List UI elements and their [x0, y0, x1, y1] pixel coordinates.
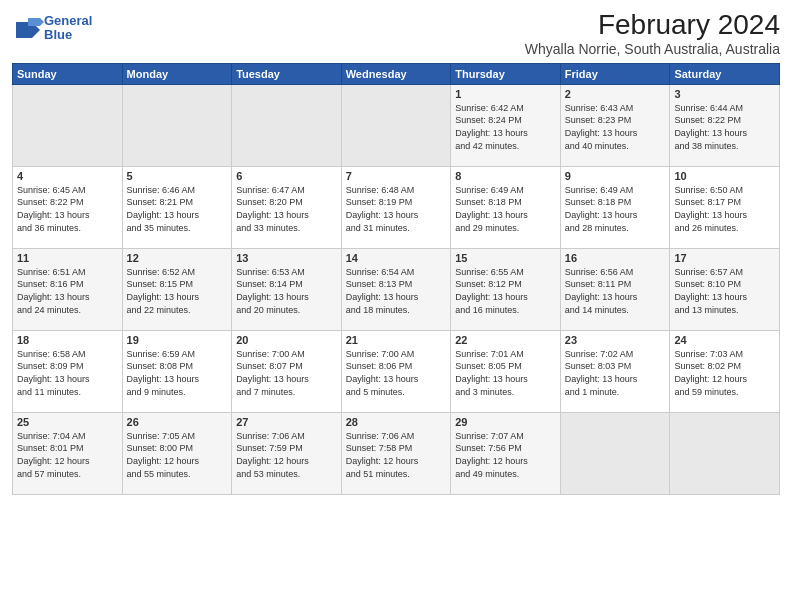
header-row-days: SundayMondayTuesdayWednesdayThursdayFrid…	[13, 63, 780, 84]
calendar-cell: 7Sunrise: 6:48 AMSunset: 8:19 PMDaylight…	[341, 166, 451, 248]
calendar-table: SundayMondayTuesdayWednesdayThursdayFrid…	[12, 63, 780, 495]
cell-info: Sunrise: 6:56 AMSunset: 8:11 PMDaylight:…	[565, 266, 666, 316]
day-number: 17	[674, 252, 775, 264]
calendar-cell: 19Sunrise: 6:59 AMSunset: 8:08 PMDayligh…	[122, 330, 232, 412]
calendar-cell: 8Sunrise: 6:49 AMSunset: 8:18 PMDaylight…	[451, 166, 561, 248]
calendar-cell	[122, 84, 232, 166]
header-row: General Blue February 2024 Whyalla Norri…	[12, 10, 780, 57]
day-number: 7	[346, 170, 447, 182]
day-number: 3	[674, 88, 775, 100]
calendar-cell: 25Sunrise: 7:04 AMSunset: 8:01 PMDayligh…	[13, 412, 123, 494]
cell-info: Sunrise: 6:42 AMSunset: 8:24 PMDaylight:…	[455, 102, 556, 152]
calendar-cell: 4Sunrise: 6:45 AMSunset: 8:22 PMDaylight…	[13, 166, 123, 248]
day-number: 19	[127, 334, 228, 346]
logo-icon	[12, 14, 40, 42]
header-monday: Monday	[122, 63, 232, 84]
day-number: 14	[346, 252, 447, 264]
day-number: 11	[17, 252, 118, 264]
title-block: February 2024 Whyalla Norrie, South Aust…	[525, 10, 780, 57]
header-wednesday: Wednesday	[341, 63, 451, 84]
day-number: 24	[674, 334, 775, 346]
cell-info: Sunrise: 6:54 AMSunset: 8:13 PMDaylight:…	[346, 266, 447, 316]
cell-info: Sunrise: 7:00 AMSunset: 8:06 PMDaylight:…	[346, 348, 447, 398]
cell-info: Sunrise: 6:52 AMSunset: 8:15 PMDaylight:…	[127, 266, 228, 316]
calendar-cell: 14Sunrise: 6:54 AMSunset: 8:13 PMDayligh…	[341, 248, 451, 330]
cell-info: Sunrise: 7:05 AMSunset: 8:00 PMDaylight:…	[127, 430, 228, 480]
header-tuesday: Tuesday	[232, 63, 342, 84]
calendar-cell: 1Sunrise: 6:42 AMSunset: 8:24 PMDaylight…	[451, 84, 561, 166]
cell-info: Sunrise: 6:53 AMSunset: 8:14 PMDaylight:…	[236, 266, 337, 316]
main-title: February 2024	[525, 10, 780, 41]
day-number: 16	[565, 252, 666, 264]
calendar-cell	[13, 84, 123, 166]
cell-info: Sunrise: 6:43 AMSunset: 8:23 PMDaylight:…	[565, 102, 666, 152]
header-thursday: Thursday	[451, 63, 561, 84]
day-number: 28	[346, 416, 447, 428]
week-row-1: 4Sunrise: 6:45 AMSunset: 8:22 PMDaylight…	[13, 166, 780, 248]
week-row-2: 11Sunrise: 6:51 AMSunset: 8:16 PMDayligh…	[13, 248, 780, 330]
calendar-cell	[560, 412, 670, 494]
calendar-cell: 9Sunrise: 6:49 AMSunset: 8:18 PMDaylight…	[560, 166, 670, 248]
week-row-0: 1Sunrise: 6:42 AMSunset: 8:24 PMDaylight…	[13, 84, 780, 166]
cell-info: Sunrise: 6:57 AMSunset: 8:10 PMDaylight:…	[674, 266, 775, 316]
logo-line2: Blue	[44, 28, 92, 42]
calendar-cell: 27Sunrise: 7:06 AMSunset: 7:59 PMDayligh…	[232, 412, 342, 494]
day-number: 29	[455, 416, 556, 428]
day-number: 18	[17, 334, 118, 346]
day-number: 25	[17, 416, 118, 428]
cell-info: Sunrise: 6:59 AMSunset: 8:08 PMDaylight:…	[127, 348, 228, 398]
day-number: 4	[17, 170, 118, 182]
day-number: 20	[236, 334, 337, 346]
calendar-cell: 23Sunrise: 7:02 AMSunset: 8:03 PMDayligh…	[560, 330, 670, 412]
day-number: 6	[236, 170, 337, 182]
day-number: 9	[565, 170, 666, 182]
calendar-cell: 26Sunrise: 7:05 AMSunset: 8:00 PMDayligh…	[122, 412, 232, 494]
cell-info: Sunrise: 6:47 AMSunset: 8:20 PMDaylight:…	[236, 184, 337, 234]
calendar-cell: 6Sunrise: 6:47 AMSunset: 8:20 PMDaylight…	[232, 166, 342, 248]
day-number: 21	[346, 334, 447, 346]
calendar-cell: 28Sunrise: 7:06 AMSunset: 7:58 PMDayligh…	[341, 412, 451, 494]
cell-info: Sunrise: 7:04 AMSunset: 8:01 PMDaylight:…	[17, 430, 118, 480]
day-number: 12	[127, 252, 228, 264]
header-friday: Friday	[560, 63, 670, 84]
day-number: 13	[236, 252, 337, 264]
logo-text: General Blue	[44, 14, 92, 43]
subtitle: Whyalla Norrie, South Australia, Austral…	[525, 41, 780, 57]
calendar-cell	[670, 412, 780, 494]
day-number: 22	[455, 334, 556, 346]
day-number: 5	[127, 170, 228, 182]
cell-info: Sunrise: 6:55 AMSunset: 8:12 PMDaylight:…	[455, 266, 556, 316]
calendar-cell: 12Sunrise: 6:52 AMSunset: 8:15 PMDayligh…	[122, 248, 232, 330]
calendar-cell: 21Sunrise: 7:00 AMSunset: 8:06 PMDayligh…	[341, 330, 451, 412]
cell-info: Sunrise: 7:07 AMSunset: 7:56 PMDaylight:…	[455, 430, 556, 480]
cell-info: Sunrise: 7:06 AMSunset: 7:58 PMDaylight:…	[346, 430, 447, 480]
calendar-cell: 20Sunrise: 7:00 AMSunset: 8:07 PMDayligh…	[232, 330, 342, 412]
day-number: 26	[127, 416, 228, 428]
cell-info: Sunrise: 6:50 AMSunset: 8:17 PMDaylight:…	[674, 184, 775, 234]
day-number: 1	[455, 88, 556, 100]
cell-info: Sunrise: 6:48 AMSunset: 8:19 PMDaylight:…	[346, 184, 447, 234]
day-number: 8	[455, 170, 556, 182]
cell-info: Sunrise: 7:02 AMSunset: 8:03 PMDaylight:…	[565, 348, 666, 398]
calendar-cell: 16Sunrise: 6:56 AMSunset: 8:11 PMDayligh…	[560, 248, 670, 330]
calendar-cell: 15Sunrise: 6:55 AMSunset: 8:12 PMDayligh…	[451, 248, 561, 330]
cell-info: Sunrise: 7:03 AMSunset: 8:02 PMDaylight:…	[674, 348, 775, 398]
cell-info: Sunrise: 6:44 AMSunset: 8:22 PMDaylight:…	[674, 102, 775, 152]
header-sunday: Sunday	[13, 63, 123, 84]
calendar-cell: 10Sunrise: 6:50 AMSunset: 8:17 PMDayligh…	[670, 166, 780, 248]
calendar-cell: 24Sunrise: 7:03 AMSunset: 8:02 PMDayligh…	[670, 330, 780, 412]
calendar-cell: 17Sunrise: 6:57 AMSunset: 8:10 PMDayligh…	[670, 248, 780, 330]
calendar-cell: 11Sunrise: 6:51 AMSunset: 8:16 PMDayligh…	[13, 248, 123, 330]
week-row-4: 25Sunrise: 7:04 AMSunset: 8:01 PMDayligh…	[13, 412, 780, 494]
calendar-cell: 2Sunrise: 6:43 AMSunset: 8:23 PMDaylight…	[560, 84, 670, 166]
calendar-cell: 13Sunrise: 6:53 AMSunset: 8:14 PMDayligh…	[232, 248, 342, 330]
day-number: 15	[455, 252, 556, 264]
header-saturday: Saturday	[670, 63, 780, 84]
calendar-cell: 3Sunrise: 6:44 AMSunset: 8:22 PMDaylight…	[670, 84, 780, 166]
day-number: 23	[565, 334, 666, 346]
calendar-cell: 29Sunrise: 7:07 AMSunset: 7:56 PMDayligh…	[451, 412, 561, 494]
day-number: 10	[674, 170, 775, 182]
cell-info: Sunrise: 6:49 AMSunset: 8:18 PMDaylight:…	[455, 184, 556, 234]
cell-info: Sunrise: 6:45 AMSunset: 8:22 PMDaylight:…	[17, 184, 118, 234]
cell-info: Sunrise: 6:46 AMSunset: 8:21 PMDaylight:…	[127, 184, 228, 234]
